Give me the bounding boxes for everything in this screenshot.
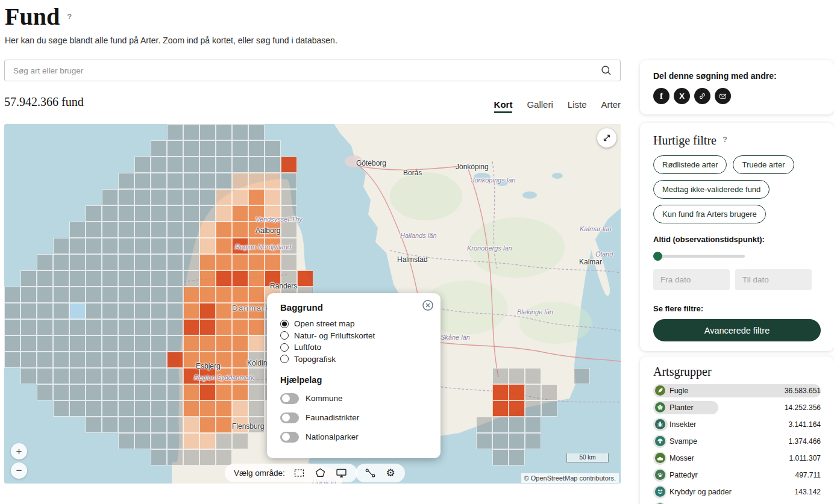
background-option[interactable]: Luftfoto — [280, 341, 427, 353]
grid-cell[interactable] — [102, 303, 118, 319]
search-input[interactable] — [12, 66, 600, 76]
grid-cell[interactable] — [86, 352, 102, 368]
grid-cell[interactable] — [183, 124, 199, 140]
grid-cell[interactable] — [183, 238, 199, 254]
grid-cell[interactable] — [151, 189, 167, 205]
grid-cell[interactable] — [167, 140, 183, 157]
grid-cell[interactable] — [37, 287, 53, 303]
polygon-select-icon[interactable] — [314, 467, 327, 480]
grid-cell[interactable] — [265, 157, 281, 173]
grid-cell[interactable] — [134, 368, 151, 384]
grid-cell[interactable] — [199, 189, 216, 205]
grid-cell[interactable] — [232, 287, 248, 303]
grid-cell[interactable] — [20, 368, 37, 384]
grid-cell[interactable] — [492, 433, 509, 449]
grid-cell[interactable] — [69, 270, 86, 287]
grid-cell[interactable] — [199, 173, 216, 189]
grid-cell[interactable] — [167, 384, 183, 400]
tab-kort[interactable]: Kort — [494, 99, 513, 113]
grid-cell[interactable] — [134, 352, 151, 368]
grid-cell[interactable] — [183, 254, 199, 270]
grid-cell[interactable] — [248, 352, 265, 368]
grid-cell[interactable] — [86, 205, 102, 222]
popup-close-icon[interactable] — [421, 299, 434, 313]
grid-cell[interactable] — [102, 205, 118, 222]
grid-cell[interactable] — [118, 433, 134, 449]
grid-cell[interactable] — [199, 238, 216, 254]
grid-cell[interactable] — [118, 384, 134, 400]
grid-cell[interactable] — [53, 238, 69, 254]
grid-cell[interactable] — [509, 368, 525, 384]
grid-cell[interactable] — [151, 303, 167, 319]
grid-cell[interactable] — [574, 368, 590, 384]
grid-cell[interactable] — [199, 433, 216, 449]
grid-cell[interactable] — [134, 400, 151, 417]
grid-cell[interactable] — [183, 335, 199, 352]
species-group-row[interactable]: Krybdyr og padder143.142 — [653, 485, 821, 499]
grid-cell[interactable] — [199, 157, 216, 173]
grid-cell[interactable] — [509, 433, 525, 449]
grid-cell[interactable] — [199, 140, 216, 157]
grid-cell[interactable] — [248, 335, 265, 352]
grid-cell[interactable] — [183, 173, 199, 189]
share-x-icon[interactable]: X — [674, 88, 690, 104]
species-group-row[interactable]: Planter14.252.356 — [653, 400, 821, 415]
date-from-input[interactable] — [653, 269, 730, 290]
grid-cell[interactable] — [86, 303, 102, 319]
grid-cell[interactable] — [525, 433, 541, 449]
grid-cell[interactable] — [86, 417, 102, 433]
grid-cell[interactable] — [265, 205, 281, 222]
grid-cell[interactable] — [265, 254, 281, 270]
date-to-input[interactable] — [735, 269, 812, 290]
species-group-row[interactable]: Insekter3.141.164 — [653, 417, 821, 432]
grid-cell[interactable] — [151, 157, 167, 173]
grid-cell[interactable] — [232, 270, 248, 287]
grid-cell[interactable] — [167, 205, 183, 222]
grid-cell[interactable] — [134, 205, 151, 222]
grid-cell[interactable] — [281, 238, 297, 254]
grid-cell[interactable] — [167, 368, 183, 384]
grid-cell[interactable] — [199, 335, 216, 352]
grid-cell[interactable] — [134, 238, 151, 254]
share-email-icon[interactable] — [715, 88, 731, 104]
radio-icon[interactable] — [280, 320, 289, 328]
grid-cell[interactable] — [151, 368, 167, 384]
grid-cell[interactable] — [199, 384, 216, 400]
grid-cell[interactable] — [183, 222, 199, 238]
grid-cell[interactable] — [167, 400, 183, 417]
grid-cell[interactable] — [134, 157, 151, 173]
grid-cell[interactable] — [248, 270, 265, 287]
grid-cell[interactable] — [248, 222, 265, 238]
grid-cell[interactable] — [53, 287, 69, 303]
grid-cell[interactable] — [216, 335, 232, 352]
quick-filter-pill[interactable]: Rødlistede arter — [653, 155, 727, 174]
grid-cell[interactable] — [199, 303, 216, 319]
grid-cell[interactable] — [69, 352, 86, 368]
grid-cell[interactable] — [199, 449, 216, 465]
grid-cell[interactable] — [216, 270, 232, 287]
time-slider-track[interactable] — [653, 255, 745, 258]
grid-cell[interactable] — [265, 173, 281, 189]
grid-cell[interactable] — [216, 238, 232, 254]
grid-cell[interactable] — [281, 157, 297, 173]
grid-cell[interactable] — [102, 384, 118, 400]
grid-cell[interactable] — [37, 319, 53, 335]
grid-cell[interactable] — [525, 417, 541, 433]
grid-cell[interactable] — [232, 384, 248, 400]
grid-cell[interactable] — [102, 319, 118, 335]
grid-cell[interactable] — [151, 319, 167, 335]
grid-cell[interactable] — [232, 205, 248, 222]
grid-cell[interactable] — [151, 270, 167, 287]
page-help-icon[interactable]: ? — [67, 12, 72, 31]
grid-cell[interactable] — [102, 254, 118, 270]
grid-cell[interactable] — [525, 384, 541, 400]
grid-cell[interactable] — [167, 270, 183, 287]
grid-cell[interactable] — [86, 400, 102, 417]
grid-cell[interactable] — [20, 335, 37, 352]
grid-cell[interactable] — [199, 222, 216, 238]
grid-cell[interactable] — [216, 352, 232, 368]
grid-cell[interactable] — [248, 368, 265, 384]
quick-filter-pill[interactable]: Kun fund fra Arters brugere — [653, 205, 766, 223]
grid-cell[interactable] — [199, 352, 216, 368]
layer-toggle[interactable]: Nationalparker — [280, 431, 427, 443]
